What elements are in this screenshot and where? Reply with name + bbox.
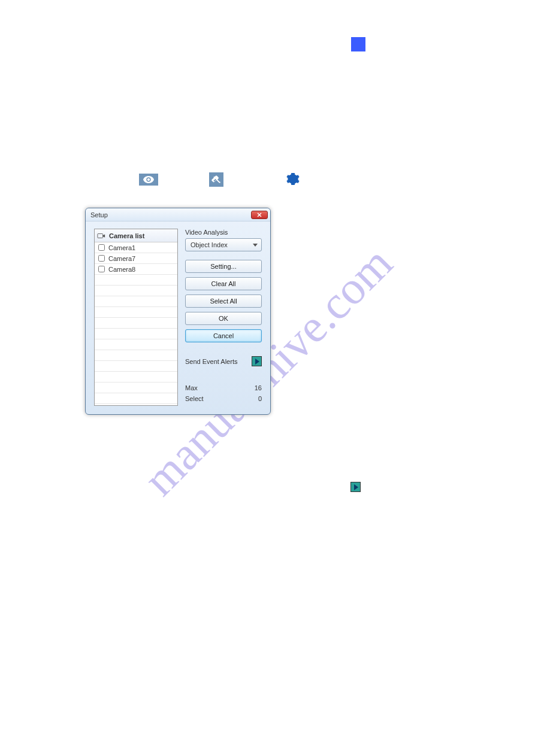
- camera-checkbox[interactable]: [98, 244, 105, 251]
- max-row: Max 16: [185, 384, 262, 391]
- select-all-button[interactable]: Select All: [185, 294, 262, 308]
- tools-icon: [209, 172, 223, 187]
- camera-row-empty: [95, 339, 177, 350]
- camera-row-empty: [95, 372, 177, 382]
- dialog-titlebar: Setup: [86, 208, 270, 221]
- select-label: Select: [185, 395, 204, 402]
- gear-icon: [286, 172, 300, 186]
- select-value: 0: [258, 395, 262, 402]
- dialog-right-column: Video Analysis Object Index Setting... C…: [185, 229, 262, 406]
- camera-label: Camera8: [108, 266, 135, 273]
- setting-button[interactable]: Setting...: [185, 260, 262, 273]
- camera-list-label: Camera list: [109, 232, 144, 239]
- max-value: 16: [255, 384, 262, 391]
- camera-row-empty: [95, 350, 177, 361]
- camera-label: Camera7: [108, 255, 135, 262]
- camera-row-empty: [95, 296, 177, 307]
- select-row: Select 0: [185, 395, 262, 402]
- camera-row-empty: [95, 318, 177, 329]
- camera-row[interactable]: Camera7: [95, 253, 177, 264]
- camera-row-empty: [95, 361, 177, 372]
- setup-dialog: Setup Camera list Camera1 Camera7 Camera…: [85, 208, 271, 415]
- clear-all-button[interactable]: Clear All: [185, 277, 262, 290]
- ok-button[interactable]: OK: [185, 312, 262, 325]
- camera-row-empty: [95, 286, 177, 296]
- close-button[interactable]: [251, 211, 268, 219]
- max-label: Max: [185, 384, 198, 391]
- camera-list-header: Camera list: [95, 229, 177, 242]
- page-marker: [351, 37, 365, 51]
- camera-row-empty: [95, 393, 177, 404]
- eye-icon: [139, 174, 158, 186]
- send-event-alerts-row: Send Event Alerts: [185, 356, 262, 366]
- camera-checkbox[interactable]: [98, 266, 105, 272]
- chevron-down-icon: [253, 244, 258, 247]
- svg-rect-0: [98, 233, 103, 238]
- play-icon: [350, 482, 361, 492]
- cancel-button[interactable]: Cancel: [185, 329, 262, 342]
- dialog-body: Camera list Camera1 Camera7 Camera8: [86, 221, 270, 414]
- camera-row-empty: [95, 307, 177, 318]
- video-analysis-label: Video Analysis: [185, 229, 262, 236]
- camera-row[interactable]: Camera1: [95, 242, 177, 253]
- camera-row-empty: [95, 275, 177, 286]
- camera-list-panel: Camera list Camera1 Camera7 Camera8: [94, 229, 178, 406]
- camera-checkbox[interactable]: [98, 255, 105, 262]
- camera-label: Camera1: [108, 244, 135, 251]
- dialog-title: Setup: [90, 211, 108, 218]
- camera-row-empty: [95, 329, 177, 339]
- camera-row[interactable]: Camera8: [95, 264, 177, 275]
- dropdown-value: Object Index: [191, 241, 228, 248]
- send-event-alerts-button[interactable]: [252, 356, 262, 366]
- video-analysis-dropdown[interactable]: Object Index: [185, 238, 262, 251]
- camera-row-empty: [95, 382, 177, 393]
- send-event-alerts-label: Send Event Alerts: [185, 358, 237, 365]
